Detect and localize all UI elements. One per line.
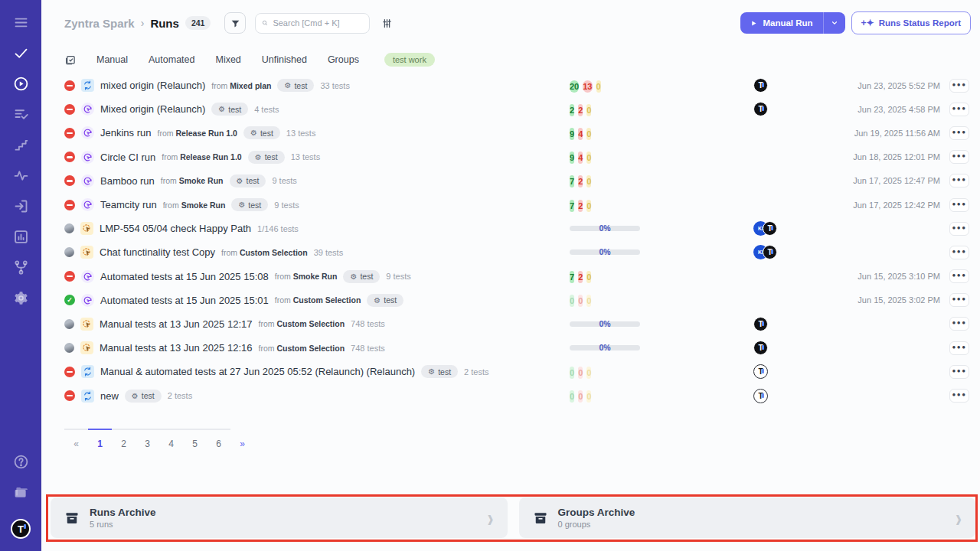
- run-row[interactable]: Circle CI runfrom Release Run 1.0⚙︎test1…: [41, 145, 980, 169]
- sidebar-item-folder[interactable]: [11, 484, 31, 504]
- ellipsis-menu-button[interactable]: ●●●: [949, 341, 969, 355]
- runs-archive-card[interactable]: Runs Archive 5 runs ›: [51, 497, 508, 538]
- ellipsis-menu-button[interactable]: ●●●: [949, 293, 969, 307]
- filter-tag[interactable]: test work: [384, 53, 435, 67]
- sidebar-item-play-circle[interactable]: [11, 75, 31, 95]
- sidebar-item-help[interactable]: [11, 453, 31, 473]
- sign-in-icon: [13, 198, 29, 217]
- run-row[interactable]: new⚙︎test2 tests000T●●●: [41, 383, 980, 407]
- pagination-page-2[interactable]: 2: [112, 429, 136, 449]
- user-avatar[interactable]: T: [11, 519, 31, 539]
- run-name: Manual tests at 13 Jun 2025 12:16: [100, 342, 252, 354]
- assignee-avatar[interactable]: T: [753, 78, 768, 93]
- run-row[interactable]: Manual tests at 13 Jun 2025 12:17from Cu…: [41, 312, 980, 336]
- groups-archive-card[interactable]: Groups Archive 0 groups ›: [519, 497, 976, 538]
- search-box[interactable]: [255, 13, 370, 34]
- tab-automated[interactable]: Automated: [149, 54, 194, 65]
- sidebar-item-menu[interactable]: [11, 14, 31, 34]
- ellipsis-menu-button[interactable]: ●●●: [949, 126, 969, 140]
- manual-run-split-button: Manual Run: [740, 12, 844, 34]
- ellipsis-menu-button[interactable]: ●●●: [949, 150, 969, 164]
- pagination-next[interactable]: »: [230, 429, 254, 449]
- sidebar-item-list-check[interactable]: [11, 106, 31, 126]
- run-row[interactable]: ✓Automated tests at 15 Jun 2025 15:01fro…: [41, 289, 980, 312]
- config-badge: ⚙︎test: [243, 126, 280, 139]
- pagination-page-3[interactable]: 3: [136, 429, 159, 449]
- run-row[interactable]: Teamcity runfrom Smoke Run⚙︎test9 tests7…: [41, 193, 980, 217]
- run-tests-count: 2 tests: [464, 367, 488, 377]
- tab-manual[interactable]: Manual: [96, 54, 128, 65]
- run-name: Automated tests at 15 Jun 2025 15:08: [100, 271, 269, 282]
- manual-run-icon: [80, 222, 93, 235]
- run-row[interactable]: Bamboo runfrom Smoke Run⚙︎test9 tests720…: [41, 169, 980, 193]
- run-menu-cell: ●●●: [949, 79, 972, 93]
- runs-status-report-button[interactable]: +✦ Runs Status Report: [851, 11, 971, 34]
- run-stats: 000: [570, 293, 753, 307]
- run-row[interactable]: mixed origin (Relaunch)from Mixed plan⚙︎…: [41, 73, 980, 97]
- automated-run-icon: [81, 174, 94, 187]
- ellipsis-menu-button[interactable]: ●●●: [949, 79, 969, 93]
- ellipsis-menu-button[interactable]: ●●●: [949, 103, 969, 116]
- pagination-prev[interactable]: «: [64, 429, 88, 449]
- tab-mixed[interactable]: Mixed: [215, 54, 240, 65]
- run-assignees: T: [753, 389, 798, 403]
- assignee-avatar[interactable]: T: [753, 341, 768, 355]
- pagination-page-5[interactable]: 5: [183, 429, 207, 449]
- ellipsis-menu-button[interactable]: ●●●: [949, 317, 969, 331]
- ellipsis-menu-button[interactable]: ●●●: [949, 365, 969, 379]
- view-settings-button[interactable]: [377, 14, 396, 32]
- run-assignees: T: [753, 102, 798, 116]
- ellipsis-menu-button[interactable]: ●●●: [949, 269, 969, 283]
- manual-run-dropdown-button[interactable]: [824, 12, 845, 34]
- sidebar-item-sign-in[interactable]: [11, 197, 31, 217]
- run-row[interactable]: LMP-554 05/04 check Happy Path1/146 test…: [41, 217, 980, 240]
- search-input[interactable]: [273, 18, 363, 28]
- run-row-left: new⚙︎test2 tests: [64, 390, 570, 403]
- ellipsis-menu-button[interactable]: ●●●: [949, 246, 969, 259]
- assignee-avatar[interactable]: T: [753, 364, 768, 379]
- sidebar-item-chart[interactable]: [11, 228, 31, 248]
- avatar-accent: [762, 369, 764, 373]
- select-all-icon[interactable]: [64, 54, 76, 66]
- tab-unfinished[interactable]: Unfinished: [262, 54, 307, 65]
- status-in_progress-icon: [64, 223, 74, 233]
- status-in_progress-icon: [64, 343, 74, 353]
- breadcrumb-project[interactable]: Zyntra Spark: [64, 17, 135, 30]
- assignee-avatar[interactable]: T: [753, 389, 768, 403]
- other-count-pill: 0: [586, 104, 591, 116]
- assignee-avatar[interactable]: T: [753, 102, 768, 116]
- sidebar-item-branch[interactable]: [11, 259, 31, 279]
- tab-groups[interactable]: Groups: [328, 54, 359, 65]
- run-row[interactable]: Chat functinality test Copyfrom Custom S…: [41, 240, 980, 264]
- config-badge: ⚙︎test: [421, 365, 458, 378]
- ellipsis-menu-button[interactable]: ●●●: [949, 198, 969, 212]
- run-row[interactable]: Jenkins runfrom Release Run 1.0⚙︎test13 …: [41, 121, 980, 145]
- run-row[interactable]: Manual & automated tests at 27 Jun 2025 …: [41, 360, 980, 383]
- run-row[interactable]: Automated tests at 15 Jun 2025 15:08from…: [41, 265, 980, 289]
- ellipsis-menu-button[interactable]: ●●●: [949, 222, 969, 236]
- ellipsis-menu-button[interactable]: ●●●: [949, 389, 969, 403]
- ellipsis-menu-button[interactable]: ●●●: [949, 174, 969, 187]
- run-row-left: Manual tests at 13 Jun 2025 12:16from Cu…: [64, 341, 570, 354]
- gear-icon: ⚙︎: [428, 367, 435, 376]
- assignee-avatar[interactable]: T: [753, 317, 768, 331]
- pagination-page-1[interactable]: 1: [88, 429, 112, 449]
- sidebar-item-steps[interactable]: [11, 136, 31, 156]
- sidebar-item-gear[interactable]: [11, 289, 31, 309]
- run-row[interactable]: Mixed origin (Relaunch)⚙︎test4 tests220T…: [41, 97, 980, 121]
- run-assignees: KIT: [753, 221, 798, 236]
- chevron-down-icon: [831, 19, 838, 27]
- gear-icon: ⚙︎: [255, 153, 262, 161]
- sidebar-item-check[interactable]: [11, 44, 31, 64]
- pulse-icon: [13, 168, 29, 187]
- pagination-page-4[interactable]: 4: [159, 429, 183, 449]
- run-row[interactable]: Manual tests at 13 Jun 2025 12:16from Cu…: [41, 336, 980, 360]
- pagination-page-6[interactable]: 6: [207, 429, 230, 449]
- manual-run-button[interactable]: Manual Run: [740, 12, 823, 34]
- assignee-avatar[interactable]: T: [763, 245, 777, 259]
- run-from: from Custom Selection: [258, 319, 345, 328]
- filter-button[interactable]: [224, 12, 246, 34]
- run-menu-cell: ●●●: [949, 269, 972, 283]
- assignee-avatar[interactable]: T: [763, 221, 777, 236]
- sidebar-item-pulse[interactable]: [11, 167, 31, 187]
